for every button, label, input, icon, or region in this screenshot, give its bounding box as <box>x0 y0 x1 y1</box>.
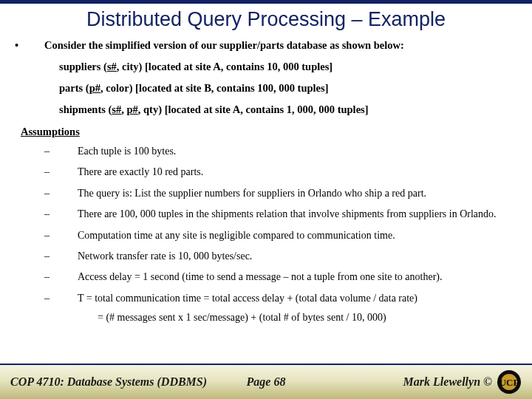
assumption-text: Network transfer rate is 10, 000 bytes/s… <box>78 250 517 263</box>
assumptions-header: Assumptions <box>21 125 517 139</box>
assumption-text: There are exactly 10 red parts. <box>78 166 517 179</box>
assumption-row: – T = total communication time = total a… <box>44 292 517 305</box>
assumption-row: – Network transfer rate is 10, 000 bytes… <box>44 250 517 263</box>
footer: COP 4710: Database Systems (DDBMS) Page … <box>0 364 532 399</box>
dash-icon: – <box>44 145 78 158</box>
assumption-text: Computation time at any site is negligib… <box>78 229 517 242</box>
assumption-row: – The query is: List the supplier number… <box>44 187 517 200</box>
schema-shipments: shipments (s#, p#, qty) [located at site… <box>59 103 517 117</box>
svg-text:UCF: UCF <box>499 377 519 388</box>
schema-suppliers: suppliers (s#, city) [located at site A,… <box>59 60 517 74</box>
footer-page: Page 68 <box>247 375 286 389</box>
assumption-row: – Each tuple is 100 bytes. <box>44 145 517 158</box>
footer-course: COP 4710: Database Systems (DDBMS) <box>10 375 207 389</box>
intro-row: • Consider the simplified version of our… <box>15 38 517 52</box>
shipments-prefix: shipments ( <box>59 103 112 115</box>
dash-icon: – <box>44 208 78 221</box>
shipments-key1: s# <box>112 103 121 115</box>
shipments-rest: , qty) [located at site A, contains 1, 0… <box>138 103 369 115</box>
slide: Distributed Query Processing – Example •… <box>0 0 532 399</box>
dash-icon: – <box>44 292 78 305</box>
dash-icon: – <box>44 250 78 263</box>
logo-icon: UCF <box>497 369 522 395</box>
assumption-row: – Computation time at any site is neglig… <box>44 229 517 242</box>
assumption-text: T = total communication time = total acc… <box>78 292 517 305</box>
footer-author: Mark Llewellyn © <box>403 375 492 389</box>
intro-text: Consider the simplified version of our s… <box>44 38 404 52</box>
assumption-row: – There are 100, 000 tuples in the shipm… <box>44 208 517 221</box>
parts-prefix: parts ( <box>59 82 89 94</box>
suppliers-key: s# <box>107 61 117 72</box>
dash-icon: – <box>44 166 78 179</box>
suppliers-rest: , city) [located at site A, contains 10,… <box>117 61 332 72</box>
assumption-text: Each tuple is 100 bytes. <box>78 145 517 158</box>
dash-icon: – <box>44 270 78 284</box>
formula-text: = (# messages sent x 1 sec/message) + (t… <box>98 311 517 324</box>
parts-key: p# <box>89 82 100 94</box>
assumption-text: Access delay = 1 second (time to send a … <box>78 270 517 284</box>
assumption-text: There are 100, 000 tuples in the shipmen… <box>78 208 517 221</box>
slide-body: • Consider the simplified version of our… <box>0 38 532 364</box>
bullet-dot: • <box>15 38 44 52</box>
dash-icon: – <box>44 229 78 242</box>
schema-parts: parts (p#, color) [located at site B, co… <box>59 81 517 95</box>
footer-right: Mark Llewellyn © UCF <box>403 369 522 395</box>
slide-title: Distributed Query Processing – Example <box>0 4 532 38</box>
suppliers-prefix: suppliers ( <box>59 61 107 72</box>
assumption-row: – Access delay = 1 second (time to send … <box>44 270 517 284</box>
dash-icon: – <box>44 187 78 200</box>
parts-rest: , color) [located at site B, contains 10… <box>100 82 329 94</box>
assumption-row: – There are exactly 10 red parts. <box>44 166 517 179</box>
shipments-key2: p# <box>126 103 137 115</box>
assumption-text: The query is: List the supplier numbers … <box>78 187 517 200</box>
